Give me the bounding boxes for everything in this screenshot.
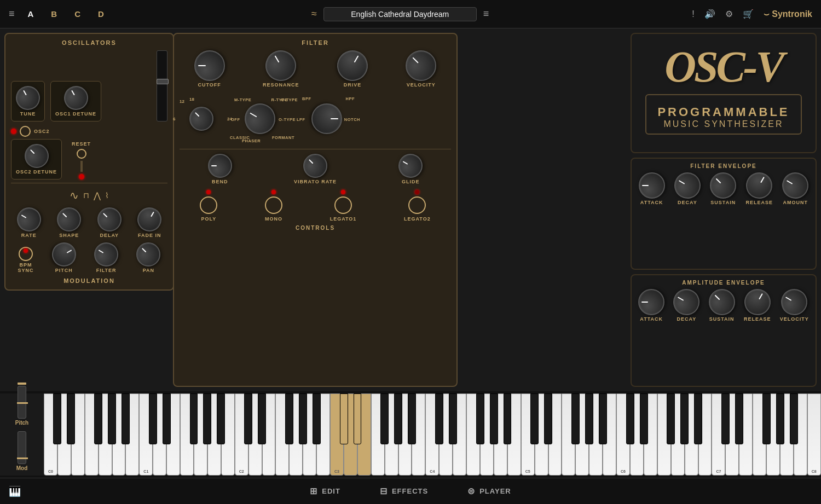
- velocity-knob[interactable]: [400, 44, 443, 87]
- rate-knob[interactable]: [13, 203, 45, 236]
- osc1-detune-knob[interactable]: [59, 82, 92, 114]
- black-key-oct5-1[interactable]: [544, 393, 552, 444]
- tab-c[interactable]: C: [70, 7, 85, 21]
- black-key-oct1-4[interactable]: [203, 393, 211, 444]
- black-key-oct5-4[interactable]: [585, 393, 593, 444]
- black-key-oct4-5[interactable]: [504, 393, 512, 444]
- filter-release-knob[interactable]: [741, 167, 777, 204]
- edit-button[interactable]: ⊞ EDIT: [301, 483, 349, 500]
- osc-pitch-slider[interactable]: [157, 50, 167, 121]
- black-key-oct6-0[interactable]: [626, 393, 634, 444]
- black-key-oct3-5[interactable]: [408, 393, 416, 444]
- bpm-sync-toggle[interactable]: [19, 247, 33, 261]
- amp-attack-knob[interactable]: [638, 289, 664, 315]
- filter-mod-knob[interactable]: [90, 238, 123, 271]
- black-key-oct2-0[interactable]: [244, 393, 252, 444]
- black-key-oct3-1[interactable]: [354, 393, 362, 444]
- wave-icon-square[interactable]: ⊓: [83, 191, 89, 200]
- mono-btn[interactable]: MONO: [265, 190, 282, 222]
- filter-mode-knob[interactable]: [311, 103, 342, 134]
- black-key-oct0-5[interactable]: [122, 393, 130, 444]
- pan-mod-knob[interactable]: [131, 237, 165, 271]
- black-key-oct3-3[interactable]: [380, 393, 389, 444]
- black-key-oct5-5[interactable]: [599, 393, 607, 444]
- black-key-oct5-3[interactable]: [571, 393, 580, 444]
- black-key-oct3-0[interactable]: [340, 393, 348, 444]
- tab-d[interactable]: D: [94, 7, 108, 21]
- effects-button[interactable]: ⊟ EFFECTS: [371, 483, 437, 500]
- filter-decay-knob[interactable]: [669, 167, 706, 204]
- delay-knob[interactable]: [92, 202, 126, 236]
- black-key-oct7-1[interactable]: [735, 393, 743, 444]
- legato1-circle[interactable]: [334, 196, 352, 214]
- piano-icon[interactable]: 🎹: [9, 486, 21, 497]
- preset-name[interactable]: English Cathedral Daydream: [323, 7, 477, 21]
- fade-in-knob[interactable]: [133, 203, 166, 236]
- osc2-led[interactable]: [11, 129, 16, 134]
- tab-b[interactable]: B: [47, 7, 61, 21]
- filter-attack-knob[interactable]: [639, 172, 665, 199]
- tab-a[interactable]: A: [24, 7, 38, 21]
- shape-knob[interactable]: [52, 202, 86, 236]
- osc2-detune-knob[interactable]: [19, 139, 53, 173]
- filter-type-knob[interactable]: [239, 98, 281, 140]
- black-key-oct1-0[interactable]: [149, 393, 157, 444]
- pitch-mod-knob[interactable]: [48, 238, 80, 271]
- filter-amount-knob[interactable]: [778, 167, 814, 204]
- osc2-toggle[interactable]: [20, 126, 31, 137]
- mono-circle[interactable]: [265, 196, 282, 214]
- white-key-56[interactable]: C8: [807, 393, 821, 476]
- black-key-oct4-4[interactable]: [490, 393, 498, 444]
- legato2-circle[interactable]: [408, 196, 426, 214]
- black-key-oct6-3[interactable]: [667, 393, 675, 444]
- black-key-oct1-5[interactable]: [217, 393, 225, 444]
- resonance-knob[interactable]: [260, 45, 302, 86]
- filter-sustain-knob[interactable]: [704, 167, 742, 204]
- black-key-oct3-4[interactable]: [394, 393, 402, 444]
- wave-icon-noise[interactable]: ⌇: [105, 191, 109, 200]
- black-key-oct1-1[interactable]: [163, 393, 171, 444]
- speaker-icon[interactable]: 🔊: [704, 9, 715, 19]
- black-key-oct4-1[interactable]: [449, 393, 457, 444]
- glide-knob[interactable]: [394, 149, 427, 182]
- black-key-oct4-3[interactable]: [476, 393, 484, 444]
- black-key-oct2-5[interactable]: [313, 393, 321, 444]
- black-key-oct4-0[interactable]: [435, 393, 443, 444]
- tune-knob[interactable]: [11, 82, 44, 114]
- black-key-oct6-4[interactable]: [680, 393, 689, 444]
- black-key-oct2-4[interactable]: [299, 393, 307, 444]
- poly-btn[interactable]: POLY: [200, 190, 217, 222]
- reset-toggle-top[interactable]: [77, 149, 86, 159]
- black-key-oct2-3[interactable]: [285, 393, 293, 444]
- poly-circle[interactable]: [200, 196, 217, 214]
- legato2-btn[interactable]: LEGATO2: [404, 190, 431, 222]
- mod-slider[interactable]: [18, 431, 26, 464]
- amp-release-knob[interactable]: [739, 285, 776, 321]
- black-key-oct7-0[interactable]: [721, 393, 730, 444]
- black-key-oct6-5[interactable]: [694, 393, 702, 444]
- cart-icon[interactable]: 🛒: [743, 9, 754, 19]
- slope-knob[interactable]: [184, 102, 218, 136]
- keyboard-keys[interactable]: C0C1C2C3C4C5C6C7C8: [44, 393, 821, 476]
- reset-led[interactable]: [79, 174, 84, 179]
- black-key-oct0-4[interactable]: [108, 393, 116, 444]
- amp-decay-knob[interactable]: [669, 285, 705, 321]
- cutoff-knob[interactable]: [194, 50, 225, 81]
- black-key-oct7-4[interactable]: [776, 393, 784, 444]
- amp-velocity-knob[interactable]: [776, 285, 812, 321]
- wave-icon-tri[interactable]: ⋀: [94, 190, 101, 201]
- player-button[interactable]: ⊜ PLAYER: [459, 483, 520, 500]
- wave-icon-sine[interactable]: ∿: [70, 189, 79, 202]
- black-key-oct2-1[interactable]: [258, 393, 266, 444]
- black-key-oct0-1[interactable]: [67, 393, 75, 444]
- black-key-oct6-1[interactable]: [640, 393, 648, 444]
- vibrato-rate-knob[interactable]: [298, 149, 332, 183]
- preset-menu-icon[interactable]: ≡: [483, 8, 489, 20]
- black-key-oct7-3[interactable]: [762, 393, 771, 444]
- amp-sustain-knob[interactable]: [703, 283, 741, 321]
- legato1-btn[interactable]: LEGATO1: [330, 190, 357, 222]
- drive-knob[interactable]: [332, 45, 373, 86]
- black-key-oct1-3[interactable]: [190, 393, 198, 444]
- black-key-oct5-0[interactable]: [530, 393, 539, 444]
- settings-icon[interactable]: ⚙: [725, 9, 733, 19]
